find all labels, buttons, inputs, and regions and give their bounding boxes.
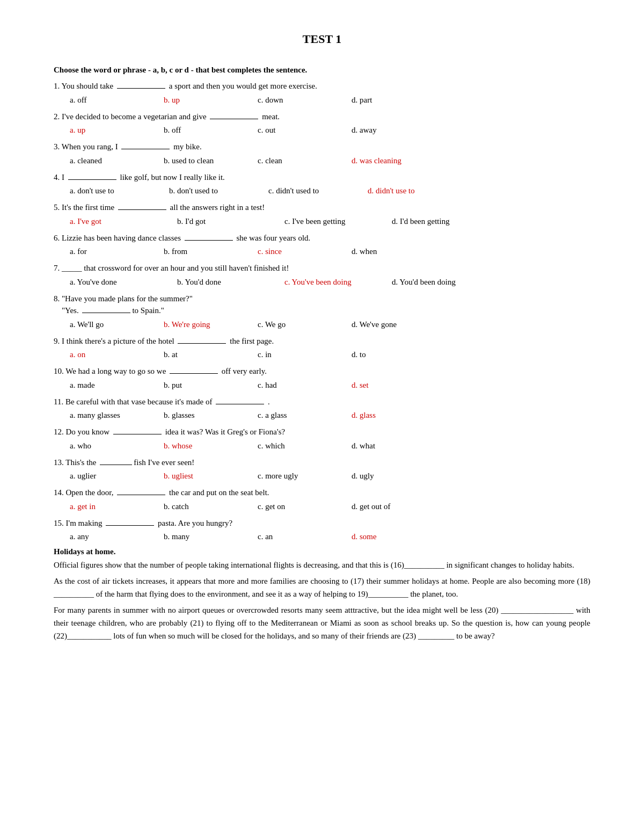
question-text-6: 6. Lizzie has been having dance classes …	[54, 232, 590, 244]
option-11-1: a. many glasses	[70, 409, 164, 422]
question-num: 11.	[54, 397, 63, 406]
question-5: 5. It's the first time all the answers r…	[54, 201, 590, 228]
question-num: 14.	[54, 488, 64, 497]
question-text-4: 4. I like golf, but now I really like it…	[54, 171, 590, 184]
question-num: 15.	[54, 519, 64, 527]
question-text-7: 7. _____ that crossword for over an hour…	[54, 262, 590, 274]
options-row-12: a. whob. whosec. whichd. what	[54, 439, 590, 452]
question-num: 6.	[54, 234, 60, 242]
question-num: 10.	[54, 367, 64, 375]
option-11-2: b. glasses	[164, 409, 258, 422]
options-row-11: a. many glassesb. glassesc. a glassd. gl…	[54, 409, 590, 422]
question-num: 8.	[54, 294, 60, 303]
instructions: Choose the word or phrase - a, b, c or d…	[54, 66, 590, 75]
option-13-1: a. uglier	[70, 469, 164, 482]
option-13-4: d. ugly	[352, 469, 445, 482]
question-text-3: 3. When you rang, I my bike.	[54, 141, 590, 153]
option-3-2: b. used to clean	[164, 154, 258, 167]
option-14-4: d. get out of	[352, 500, 445, 513]
option-4-3: c. didn't used to	[268, 184, 368, 197]
reading-para-2: As the cost of air tickets increases, it…	[54, 575, 590, 600]
question-num: 1.	[54, 82, 60, 90]
option-7-3: c. You've been doing	[284, 275, 392, 288]
question-text-13: 13. This's the fish I've ever seen!	[54, 456, 590, 469]
option-5-3: c. I've been getting	[284, 215, 392, 228]
options-row-6: a. forb. fromc. sinced. when	[54, 245, 590, 258]
question-text-8: 8. "Have you made plans for the summer?"…	[54, 293, 590, 317]
option-15-4: d. some	[352, 530, 445, 543]
option-9-2: b. at	[164, 348, 258, 361]
options-row-1: a. offb. upc. downd. part	[54, 93, 590, 106]
option-3-1: a. cleaned	[70, 154, 164, 167]
options-row-7: a. You've doneb. You'd donec. You've bee…	[54, 275, 590, 288]
question-num: 9.	[54, 337, 60, 345]
question-12: 12. Do you know idea it was? Was it Greg…	[54, 426, 590, 452]
question-14: 14. Open the door, the car and put on th…	[54, 487, 590, 513]
option-6-1: a. for	[70, 245, 164, 258]
question-3: 3. When you rang, I my bike.a. cleanedb.…	[54, 141, 590, 167]
section-title: Holidays at home.	[54, 547, 590, 556]
option-11-4: d. glass	[352, 409, 445, 422]
option-10-4: d. set	[352, 379, 445, 391]
question-num: 5.	[54, 203, 60, 212]
options-row-10: a. madeb. putc. hadd. set	[54, 379, 590, 391]
options-row-5: a. I've gotb. I'd gotc. I've been gettin…	[54, 215, 590, 228]
question-num: 4.	[54, 173, 60, 182]
question-text-14: 14. Open the door, the car and put on th…	[54, 487, 590, 499]
question-text-10: 10. We had a long way to go so we off ve…	[54, 365, 590, 378]
option-9-1: a. on	[70, 348, 164, 361]
option-1-4: d. part	[352, 93, 445, 106]
page-title: TEST 1	[54, 32, 590, 46]
option-7-1: a. You've done	[70, 275, 177, 288]
option-10-1: a. made	[70, 379, 164, 391]
option-10-2: b. put	[164, 379, 258, 391]
options-row-4: a. don't use tob. don't used toc. didn't…	[54, 184, 590, 197]
question-8: 8. "Have you made plans for the summer?"…	[54, 293, 590, 331]
option-13-2: b. ugliest	[164, 469, 258, 482]
question-15: 15. I'm making pasta. Are you hungry?a. …	[54, 517, 590, 543]
reading-para-1: Official figures show that the number of…	[54, 559, 590, 571]
question-text-5: 5. It's the first time all the answers r…	[54, 201, 590, 214]
option-5-4: d. I'd been getting	[392, 215, 499, 228]
options-row-9: a. onb. atc. ind. to	[54, 348, 590, 361]
option-14-2: b. catch	[164, 500, 258, 513]
question-13: 13. This's the fish I've ever seen!a. ug…	[54, 456, 590, 483]
option-3-3: c. clean	[258, 154, 352, 167]
option-6-2: b. from	[164, 245, 258, 258]
option-15-3: c. an	[258, 530, 352, 543]
option-2-4: d. away	[352, 124, 445, 136]
option-1-1: a. off	[70, 93, 164, 106]
option-14-1: a. get in	[70, 500, 164, 513]
question-2: 2. I've decided to become a vegetarian a…	[54, 111, 590, 137]
question-text-15: 15. I'm making pasta. Are you hungry?	[54, 517, 590, 530]
question-num: 7.	[54, 264, 60, 272]
option-8-2: b. We're going	[164, 318, 258, 331]
question-10: 10. We had a long way to go so we off ve…	[54, 365, 590, 391]
question-text-11: 11. Be careful with that vase because it…	[54, 396, 590, 408]
option-12-4: d. what	[352, 439, 445, 452]
question-9: 9. I think there's a picture of the hote…	[54, 335, 590, 361]
option-5-1: a. I've got	[70, 215, 177, 228]
question-num: 3.	[54, 142, 60, 151]
question-num: 13.	[54, 458, 64, 467]
option-1-3: c. down	[258, 93, 352, 106]
question-6: 6. Lizzie has been having dance classes …	[54, 232, 590, 258]
option-13-3: c. more ugly	[258, 469, 352, 482]
option-8-1: a. We'll go	[70, 318, 164, 331]
question-1: 1. You should take a sport and then you …	[54, 80, 590, 106]
question-11: 11. Be careful with that vase because it…	[54, 396, 590, 422]
question-text-12: 12. Do you know idea it was? Was it Greg…	[54, 426, 590, 438]
option-9-4: d. to	[352, 348, 445, 361]
question-7: 7. _____ that crossword for over an hour…	[54, 262, 590, 288]
option-4-4: d. didn't use to	[368, 184, 467, 197]
option-1-2: b. up	[164, 93, 258, 106]
option-6-3: c. since	[258, 245, 352, 258]
option-4-1: a. don't use to	[70, 184, 169, 197]
option-3-4: d. was cleaning	[352, 154, 445, 167]
option-15-1: a. any	[70, 530, 164, 543]
option-9-3: c. in	[258, 348, 352, 361]
option-6-4: d. when	[352, 245, 445, 258]
question-text-2: 2. I've decided to become a vegetarian a…	[54, 111, 590, 123]
option-11-3: c. a glass	[258, 409, 352, 422]
option-14-3: c. get on	[258, 500, 352, 513]
